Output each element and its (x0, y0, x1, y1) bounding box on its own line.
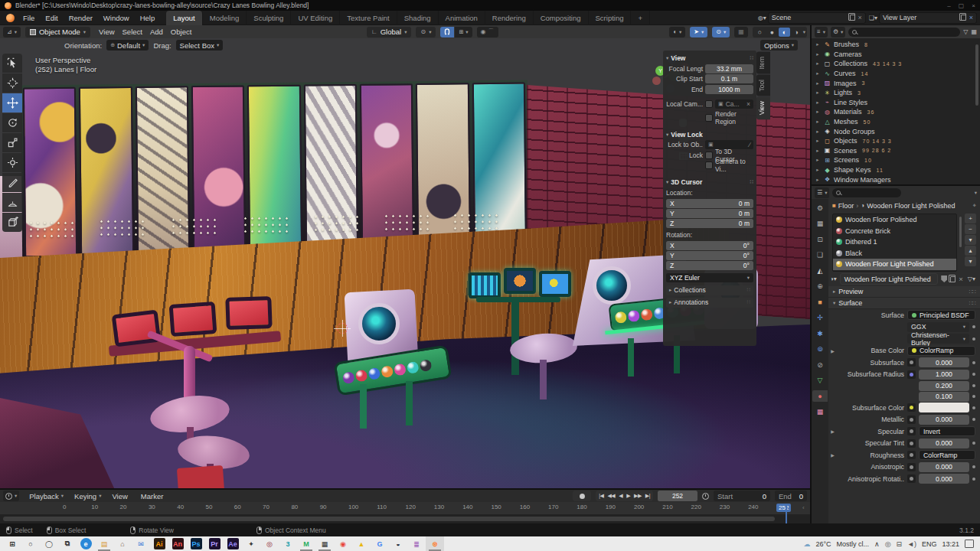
tray-chevron-icon[interactable]: ∧ (874, 540, 880, 548)
transport-button[interactable]: |◀ (599, 493, 603, 499)
to-3d-cursor-checkbox[interactable] (705, 152, 713, 159)
xray-toggle[interactable]: ▦ (734, 27, 748, 37)
viewport-menu-item[interactable]: Object (167, 28, 195, 36)
snap-with-dropdown[interactable]: ⊞▾ (455, 27, 472, 37)
view-panel-header[interactable]: ▾View∷ (666, 53, 753, 64)
tab-physics[interactable]: ⊚ (812, 344, 828, 355)
close-button[interactable]: × (972, 2, 975, 9)
transform-tool[interactable] (2, 153, 22, 172)
outliner-item[interactable]: ▸ ❖ Window Managers (812, 174, 980, 184)
n-panel-tab-view[interactable]: View (756, 96, 770, 119)
outliner-scrollbar[interactable] (975, 44, 978, 106)
unlink-scene-icon[interactable]: × (858, 14, 862, 21)
use-preview-range-icon[interactable] (702, 493, 709, 500)
menu-item[interactable]: File (18, 14, 40, 22)
scene-selector[interactable]: Scene× (768, 12, 866, 24)
taskbar-icon[interactable]: Ae (224, 536, 242, 551)
taskbar-icon[interactable]: ▤ (95, 536, 113, 551)
slot-scrollbar[interactable] (959, 217, 962, 247)
location-field[interactable]: Y0 m (666, 209, 753, 218)
rotate-tool[interactable] (2, 113, 22, 132)
shading-rendered-button[interactable]: ◑ (791, 28, 802, 37)
taskbar-icon[interactable]: 3 (279, 536, 297, 551)
subsurface-color-swatch[interactable] (919, 403, 969, 412)
expand-arrow-icon[interactable]: ▸ (815, 90, 821, 96)
surface-shader-field[interactable]: Principled BSDF (907, 310, 975, 320)
tab-texture[interactable]: ▦ (812, 406, 828, 418)
tab-render[interactable]: ▦ (812, 218, 828, 230)
outliner-item[interactable]: ▸ ◻ Objects 70 14 3 3 (812, 136, 980, 146)
menu-item[interactable]: Help (135, 14, 161, 22)
scene-icon[interactable]: ◍▾ (758, 15, 766, 21)
outliner-display-mode[interactable]: ≡▾ (815, 27, 828, 37)
current-frame-badge[interactable]: 252 (776, 504, 791, 512)
base-color-field[interactable]: ColorRamp (907, 346, 975, 356)
orientation-default-dropdown[interactable]: ⊕Default▾ (106, 40, 149, 51)
scale-tool[interactable] (2, 133, 22, 152)
material-name-field[interactable]: Wooden Floor Light Polished (840, 273, 938, 285)
expand-arrow-icon[interactable]: ▶ (830, 348, 835, 354)
anisotropic-rotation-slider[interactable]: 0.000 (919, 474, 969, 484)
outliner-item[interactable]: ▸ ▨ Images 3 (812, 78, 980, 88)
rotation-field[interactable]: Z0° (666, 261, 753, 270)
frame-start-field[interactable]: Start0 (714, 491, 770, 501)
proportional-edit-toggle[interactable]: ◉⌒ (477, 27, 498, 37)
workspace-tab[interactable]: Sculpting (247, 11, 291, 25)
breadcrumb-material[interactable]: Wooden Floor Light Polished (867, 202, 955, 210)
material-slot[interactable]: Dithered 1 (833, 236, 956, 248)
cursor-panel-header[interactable]: ▾3D Cursor∷ (666, 177, 753, 187)
orientation-dropdown[interactable]: ∟Global▾ (367, 27, 412, 37)
action-center-icon[interactable] (965, 540, 974, 548)
shading-wireframe-button[interactable]: ○ (754, 28, 766, 37)
fake-user-shield-icon[interactable] (941, 276, 947, 282)
focal-length-field[interactable]: 33.2 mm (705, 64, 753, 73)
tab-particles[interactable]: ✱ (812, 328, 828, 339)
volume-icon[interactable]: ◄) (907, 540, 916, 548)
radius-slider-2[interactable]: 0.200 (919, 381, 969, 391)
taskbar-icon[interactable]: ◎ (260, 536, 279, 551)
drag-dropdown[interactable]: Select Box▾ (176, 40, 224, 51)
tab-material[interactable]: ● (812, 390, 828, 402)
expand-arrow-icon[interactable]: ▸ (815, 51, 821, 57)
playhead[interactable] (786, 504, 787, 523)
timeline-menu-item[interactable]: View (106, 492, 135, 500)
expand-arrow-icon[interactable]: ▸ (815, 80, 821, 86)
outliner-item[interactable]: ▸ ◈ Node Groups (812, 126, 980, 136)
expand-arrow-icon[interactable]: ▸ (815, 99, 821, 106)
material-slot[interactable]: Wooden Floor Polished (833, 214, 956, 226)
new-view-layer-icon[interactable] (961, 15, 966, 21)
metallic-slider[interactable]: 0.000 (919, 415, 969, 425)
material-slot[interactable]: Black (833, 248, 956, 259)
taskbar-icon[interactable]: ◒ (389, 536, 407, 551)
taskbar-icon[interactable]: ○ (21, 536, 40, 551)
taskbar-icon[interactable]: ⧉ (58, 536, 77, 551)
view-layer-icon[interactable]: ❏▾ (869, 15, 877, 21)
show-object-types-dropdown[interactable]: ◐▾ (669, 27, 685, 37)
workspace-tab[interactable]: Compositing (534, 11, 589, 25)
specular-field[interactable]: Invert (919, 426, 975, 436)
render-region-checkbox[interactable] (705, 114, 713, 122)
expand-arrow-icon[interactable]: ▸ (815, 177, 821, 183)
slot-button[interactable]: − (965, 224, 976, 234)
timeline-editor-type[interactable]: ▾ (3, 491, 19, 501)
axis-x-neg[interactable] (652, 77, 661, 85)
tray-weather-text[interactable]: Mostly cl... (837, 540, 870, 548)
taskbar-icon[interactable]: ✉ (132, 536, 150, 551)
n-panel-tab-item[interactable]: Item (756, 52, 770, 74)
workspace-tab[interactable]: Layout (166, 11, 203, 25)
language-indicator[interactable]: ENG (922, 540, 937, 548)
rotation-field[interactable]: X0° (666, 241, 753, 250)
subsurface-slider[interactable]: 0.000 (919, 357, 969, 367)
taskbar-icon[interactable]: M (297, 536, 315, 551)
restore-button[interactable]: ▢ (959, 2, 965, 9)
options-button[interactable]: Options▾ (760, 40, 798, 51)
expand-arrow-icon[interactable]: ▶ (830, 452, 835, 458)
unlink-material-icon[interactable]: × (959, 275, 963, 283)
breadcrumb-object[interactable]: Floor (838, 202, 854, 210)
shading-dropdown[interactable]: ▾ (803, 29, 805, 35)
tray-temperature[interactable]: 26°C (815, 540, 831, 548)
expand-arrow-icon[interactable]: ▸ (815, 129, 821, 135)
properties-search-input[interactable] (832, 188, 901, 197)
collapsed-panel-header[interactable]: ▸Annotations∷ (666, 298, 753, 308)
outliner-item[interactable]: ▸ ◍ Materials 36 (812, 107, 980, 117)
